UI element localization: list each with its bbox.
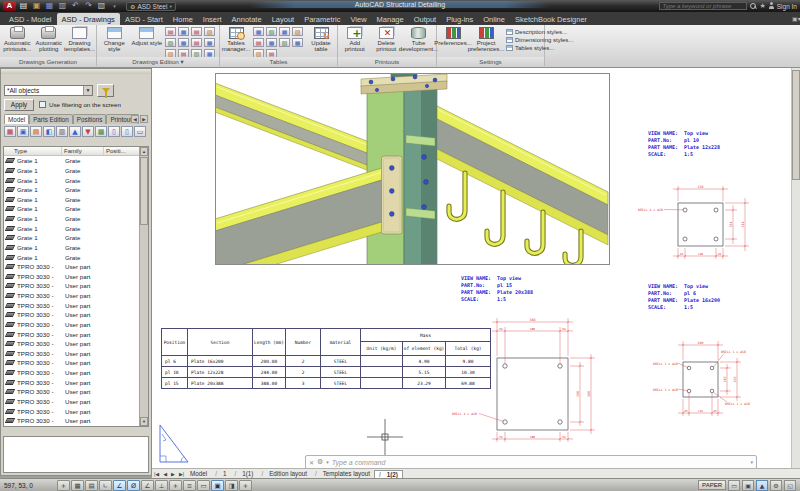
paper-model-toggle[interactable]: PAPER [698, 480, 726, 490]
object-row[interactable]: TPRO 3030 - User part [4, 300, 139, 310]
star-icon[interactable]: ★ [759, 2, 765, 10]
palette-tool-icon[interactable]: ◧ [43, 126, 55, 137]
tab-scroll-left-icon[interactable]: ◀ [131, 115, 139, 123]
status-toggle[interactable]: ▦ [71, 480, 84, 491]
list-scrollbar[interactable]: ▲ ▼ [139, 147, 148, 426]
quick-view-drawings-icon[interactable]: ▣ [742, 480, 754, 491]
object-row[interactable]: TPRO 3030 - User part [4, 368, 139, 378]
palette-tool-icon[interactable]: ▩ [95, 126, 107, 137]
palette-tab[interactable]: Parts Edition [29, 114, 73, 124]
status-toggle[interactable]: ≡ [183, 480, 196, 491]
search-icon[interactable] [749, 2, 757, 10]
palette-tool-icon[interactable]: ▥ [56, 126, 68, 137]
status-toggle[interactable]: Ø [127, 480, 140, 491]
table-tool-icon[interactable] [279, 38, 290, 47]
status-toggle[interactable]: ∠ [141, 480, 154, 491]
object-row[interactable]: TPRO 3030 - User part [4, 262, 139, 272]
palette-tool-icon[interactable]: ▯ [108, 126, 120, 137]
object-row[interactable]: TPRO 3030 - User part [4, 310, 139, 320]
object-row[interactable]: TPRO 3030 - User part [4, 339, 139, 349]
object-row[interactable]: TPRO 3030 - User part [4, 272, 139, 282]
layout-tab[interactable]: 1 [211, 470, 230, 477]
palette-tool-icon[interactable]: ▼ [82, 126, 94, 137]
table-tool-icon[interactable] [253, 38, 264, 47]
palette-tool-icon[interactable]: ▦ [4, 126, 16, 137]
workspace-switch-icon[interactable]: ⚙ [770, 480, 782, 491]
object-row[interactable]: Grate 1 Grate [4, 195, 139, 205]
ribbon-tab[interactable]: ASD - Start [120, 13, 168, 25]
automatic-plotting-button[interactable]: Automatic plotting [33, 26, 64, 53]
table-tool-icon[interactable] [279, 27, 290, 36]
customize-wrench-icon[interactable]: ⚙ [317, 458, 323, 466]
detail-drawing-pl10[interactable]: 228 164 244 40 148 40 DRILL 4 x ø18 [638, 185, 749, 260]
status-toggle[interactable]: ▤ [85, 480, 98, 491]
layout-tab[interactable]: 1(2) [374, 470, 403, 478]
object-row[interactable]: TPRO 3030 - User part [4, 281, 139, 291]
scrollbar-thumb[interactable] [792, 70, 800, 180]
ribbon-tab[interactable]: Plug-ins [441, 13, 478, 25]
object-row[interactable]: Grate 1 Grate [4, 175, 139, 185]
layout-tab[interactable]: Model [186, 470, 211, 477]
palette-tool-icon[interactable]: ▤ [30, 126, 42, 137]
prev-layout-icon[interactable]: ◀ [161, 471, 169, 477]
adjust-style-button[interactable]: Adjust style [131, 26, 164, 46]
add-printout-button[interactable]: Add printout [339, 26, 371, 53]
group-label[interactable]: Settings [437, 57, 544, 66]
description-styles-button[interactable]: Description styles... [506, 29, 573, 35]
sign-in-link[interactable]: Sign In [777, 3, 797, 10]
object-row[interactable]: TPRO 3030 - User part [4, 320, 139, 330]
tab-scroll-right-icon[interactable]: ▶ [140, 115, 148, 123]
object-row[interactable]: TPRO 3030 - User part [4, 291, 139, 301]
object-row[interactable]: TPRO 3030 - User part [4, 358, 139, 368]
object-row[interactable]: Grate 1 Grate [4, 214, 139, 224]
ribbon-tab[interactable]: Manage [372, 13, 409, 25]
ribbon-tab[interactable]: Layout [267, 13, 300, 25]
ribbon-tab[interactable]: SketchBook Designer [510, 13, 592, 25]
ribbon-tab[interactable]: Online [478, 13, 510, 25]
status-toggle[interactable]: ⊥ [155, 480, 168, 491]
object-row[interactable]: Grate 1 Grate [4, 185, 139, 195]
edition-tool-icon[interactable] [191, 38, 202, 47]
object-row[interactable]: Grate 1 Grate [4, 204, 139, 214]
undo-icon[interactable]: ↶ [70, 1, 81, 11]
chevron-down-icon[interactable]: ▾ [750, 459, 753, 465]
ribbon-tab[interactable]: Home [168, 13, 198, 25]
command-line[interactable]: ✕ ⚙ ▾ Type a command ▾ [305, 455, 757, 469]
edition-tool-icon[interactable] [204, 27, 215, 36]
edition-tool-icon[interactable] [178, 27, 189, 36]
close-icon[interactable]: ✕ [309, 459, 314, 466]
canvas-scrollbar[interactable] [791, 68, 800, 468]
palette-tool-icon[interactable]: ▣ [17, 126, 29, 137]
sheet-set-icon[interactable]: ▧ [96, 1, 107, 11]
status-toggle[interactable]: ∟ [99, 480, 112, 491]
command-prompt[interactable]: Type a command [332, 459, 386, 466]
dimensioning-styles-button[interactable]: Dimensioning styles... [506, 37, 573, 43]
table-tool-icon[interactable] [266, 27, 277, 36]
layout-tab[interactable]: Templates layout [311, 470, 374, 477]
palette-tab[interactable]: Model [4, 114, 29, 124]
object-row[interactable]: Grate 1 Grate [4, 223, 139, 233]
status-toggle[interactable]: + [169, 480, 182, 491]
object-row[interactable]: Grate 1 Grate [4, 243, 139, 253]
group-label[interactable]: Drawings Generation [0, 57, 96, 66]
palette-tool-icon[interactable]: ▯ [121, 126, 133, 137]
scrollbar-thumb[interactable] [140, 157, 148, 225]
layout-tab[interactable]: Edition layout [257, 470, 311, 477]
first-layout-icon[interactable]: |◀ [152, 471, 161, 477]
project-preferences-button[interactable]: Project preferences... [468, 26, 504, 53]
detail-drawing-pl6[interactable]: 200 45 110 45 140 200 DRILL 1 x ø18 DRIL… [653, 341, 750, 417]
status-toggle[interactable]: + [239, 480, 252, 491]
ribbon-tab[interactable]: Parametric [299, 13, 345, 25]
drawing-templates-button[interactable]: Drawing templates... [64, 26, 95, 53]
object-row[interactable]: TPRO 3030 - User part [4, 406, 139, 416]
chevron-down-icon[interactable]: ▾ [326, 459, 329, 465]
object-row[interactable]: Grate 1 Grate [4, 166, 139, 176]
workspace-switcher[interactable]: ⚙ ASD Steel ▾ [126, 2, 176, 11]
drawing-canvas[interactable]: VIEW NAME:Top view PART.No:pl 10 PART NA… [152, 68, 800, 478]
table-tool-icon[interactable] [292, 27, 303, 36]
palette-grip[interactable] [1, 69, 151, 74]
last-layout-icon[interactable]: ▶| [177, 471, 186, 477]
tables-styles-button[interactable]: Tables styles... [506, 45, 573, 51]
object-row[interactable]: Grate 1 Grate [4, 252, 139, 262]
scroll-up-icon[interactable]: ▲ [140, 147, 148, 156]
